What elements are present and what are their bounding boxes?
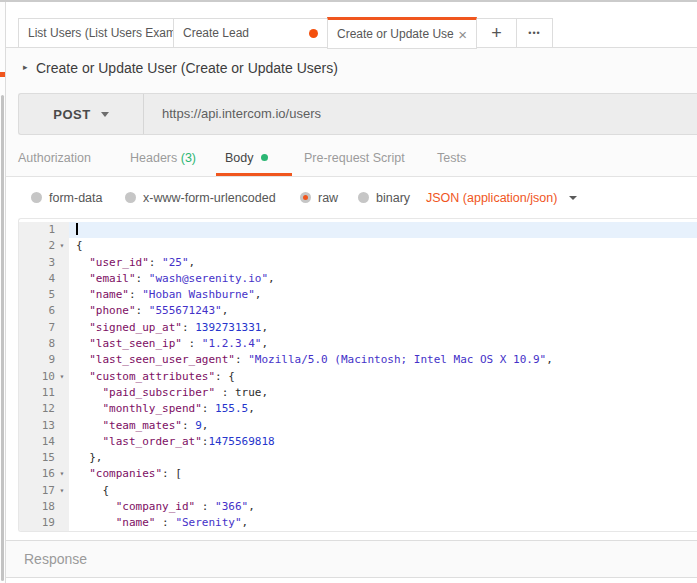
line-code[interactable]: "last_seen_user_agent": "Mozilla/5.0 (Ma… [69,352,697,368]
more-tabs-button[interactable]: ••• [516,18,553,48]
line-number: 12 [19,401,55,417]
editor-line[interactable]: 2 ▾ { [19,238,697,254]
fold-arrow-icon[interactable]: ▾ [55,238,69,254]
fold-arrow-icon[interactable] [55,450,69,466]
line-code[interactable]: { [69,238,697,254]
new-tab-button[interactable]: + [476,18,517,48]
fold-arrow-icon[interactable]: ▾ [55,483,69,499]
fold-arrow-icon[interactable] [55,320,69,336]
url-input[interactable]: https://api.intercom.io/users [144,94,697,134]
tab-body[interactable]: Body [225,140,268,176]
line-code[interactable]: "phone": "555671243", [69,303,697,319]
radio-label: form-data [49,191,103,205]
content-type-dropdown[interactable]: JSON (application/json) [426,177,577,218]
radio-raw-selected[interactable]: raw [300,177,338,218]
fold-arrow-icon[interactable] [55,287,69,303]
editor-line[interactable]: 17 ▾ { [19,483,697,499]
line-code[interactable]: "name" : "Serenity", [69,515,697,531]
editor-line[interactable]: 1 [19,222,697,238]
line-code[interactable]: "signed_up_at": 1392731331, [69,320,697,336]
chevron-down-icon [569,196,577,200]
editor-line[interactable]: 14 "last_order_at":1475569818 [19,434,697,450]
editor-line[interactable]: 4 "email": "wash@serenity.io", [19,271,697,287]
fold-arrow-icon[interactable] [55,434,69,450]
line-gutter: 17 ▾ [19,483,69,499]
body-content-dot [261,154,268,161]
line-gutter: 12 [19,401,69,417]
fold-arrow-icon[interactable] [55,303,69,319]
radio-selected-icon [300,192,311,203]
line-code[interactable]: }, [69,450,697,466]
code-editor[interactable]: 1 2 ▾ { 3 "user_id": "25", 4 "email": "w… [18,218,697,532]
fold-arrow-icon[interactable]: ▾ [55,369,69,385]
fold-arrow-icon[interactable] [55,255,69,271]
line-number: 18 [19,499,55,515]
fold-arrow-icon[interactable] [55,271,69,287]
editor-line[interactable]: 11 "paid_subscriber" : true, [19,385,697,401]
line-code[interactable]: "name": "Hoban Washburne", [69,287,697,303]
line-code[interactable]: "monthly_spend": 155.5, [69,401,697,417]
line-number: 15 [19,450,55,466]
line-code[interactable]: "last_seen_ip" : "1.2.3.4", [69,336,697,352]
line-gutter: 8 [19,336,69,352]
line-gutter: 1 [19,222,69,238]
radio-binary[interactable]: binary [358,177,410,218]
editor-line[interactable]: 8 "last_seen_ip" : "1.2.3.4", [19,336,697,352]
editor-line[interactable]: 16 ▾ "companies": [ [19,466,697,482]
disclosure-triangle-icon[interactable]: ▸ [23,62,28,72]
tab-create-or-update-user-active[interactable]: Create or Update Use × [327,17,477,49]
content-type-label: JSON (application/json) [426,191,557,205]
fold-arrow-icon[interactable] [55,336,69,352]
line-code[interactable]: { [69,483,697,499]
tab-list-users[interactable]: List Users (List Users Examp [18,18,174,48]
radio-urlencoded[interactable]: x-www-form-urlencoded [125,177,276,218]
plus-icon: + [491,23,502,44]
tab-tests[interactable]: Tests [437,140,466,176]
editor-line[interactable]: 9 "last_seen_user_agent": "Mozilla/5.0 (… [19,352,697,368]
line-code[interactable]: "companies": [ [69,466,697,482]
editor-line[interactable]: 3 "user_id": "25", [19,255,697,271]
fold-arrow-icon[interactable] [55,499,69,515]
editor-line[interactable]: 5 "name": "Hoban Washburne", [19,287,697,303]
fold-arrow-icon[interactable] [55,418,69,434]
editor-line[interactable]: 18 "company_id" : "366", [19,499,697,515]
line-code[interactable] [69,222,697,238]
editor-line[interactable]: 19 "name" : "Serenity", [19,515,697,531]
radio-label: binary [376,191,410,205]
fold-arrow-icon[interactable] [55,515,69,531]
fold-arrow-icon[interactable]: ▾ [55,466,69,482]
line-code[interactable]: "user_id": "25", [69,255,697,271]
tab-pre-request-script[interactable]: Pre-request Script [304,140,405,176]
tab-headers[interactable]: Headers (3) [130,140,196,176]
fold-arrow-icon[interactable] [55,385,69,401]
line-code[interactable]: "paid_subscriber" : true, [69,385,697,401]
line-number: 14 [19,434,55,450]
radio-label: raw [318,191,338,205]
line-code[interactable]: "email": "wash@serenity.io", [69,271,697,287]
line-code[interactable]: "company_id" : "366", [69,499,697,515]
fold-arrow-icon[interactable] [55,222,69,238]
editor-line[interactable]: 10 ▾ "custom_attributes": { [19,369,697,385]
fold-arrow-icon[interactable] [55,401,69,417]
line-number: 8 [19,336,55,352]
line-code[interactable]: "team_mates": 9, [69,418,697,434]
tab-create-lead[interactable]: Create Lead [173,18,328,48]
line-code[interactable]: "last_order_at":1475569818 [69,434,697,450]
tab-authorization[interactable]: Authorization [18,140,91,176]
fold-arrow-icon[interactable] [55,352,69,368]
postman-window: List Users (List Users Examp Create Lead… [0,0,697,583]
editor-line[interactable]: 13 "team_mates": 9, [19,418,697,434]
line-number: 16 [19,466,55,482]
editor-line[interactable]: 12 "monthly_spend": 155.5, [19,401,697,417]
radio-form-data[interactable]: form-data [31,177,103,218]
line-code[interactable]: "custom_attributes": { [69,369,697,385]
editor-line[interactable]: 7 "signed_up_at": 1392731331, [19,320,697,336]
editor-line[interactable]: 6 "phone": "555671243", [19,303,697,319]
sidebar-scrollbar[interactable] [1,95,4,581]
method-label: POST [53,107,90,122]
response-panel[interactable]: Response [6,540,697,578]
ellipsis-icon: ••• [528,28,540,38]
editor-line[interactable]: 15 }, [19,450,697,466]
close-tab-icon[interactable]: × [458,27,467,42]
method-dropdown[interactable]: POST [19,94,144,134]
